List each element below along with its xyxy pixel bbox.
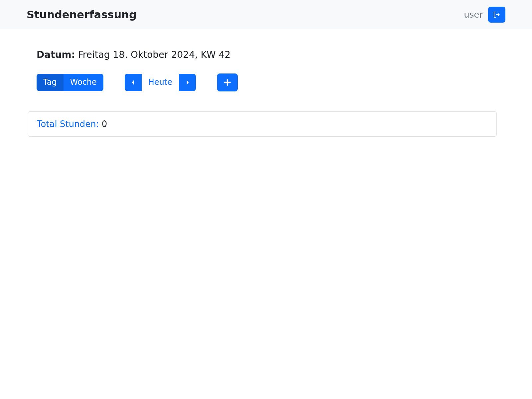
main-content: Datum: Freitag 18. Oktober 2024, KW 42 T… [0,29,532,157]
view-day-button[interactable]: Tag [37,74,64,91]
app-title: Stundenerfassung [27,8,137,21]
app-header: Stundenerfassung user [0,0,532,29]
username-label: user [464,10,483,20]
toolbar: Tag Woche Heute [37,73,495,91]
total-hours: Total Stunden: 0 [37,119,488,129]
total-label: Total Stunden: [37,119,99,129]
today-button[interactable]: Heute [141,74,179,91]
date-label: Datum: [37,49,75,60]
total-value: 0 [102,119,107,129]
header-right: user [464,7,505,23]
logout-icon [493,11,501,19]
current-date: Datum: Freitag 18. Oktober 2024, KW 42 [37,49,495,60]
plus-icon [223,78,232,87]
add-entry-button[interactable] [217,73,238,91]
svg-rect-1 [224,82,231,83]
caret-right-icon [185,79,190,85]
logout-button[interactable] [488,7,505,23]
prev-button[interactable] [125,74,141,91]
date-nav-group: Heute [125,74,196,91]
next-button[interactable] [179,74,196,91]
view-toggle-group: Tag Woche [37,74,103,91]
view-week-button[interactable]: Woche [64,74,103,91]
caret-left-icon [131,79,135,85]
date-value: Freitag 18. Oktober 2024, KW 42 [78,49,231,60]
totals-card: Total Stunden: 0 [28,111,497,137]
